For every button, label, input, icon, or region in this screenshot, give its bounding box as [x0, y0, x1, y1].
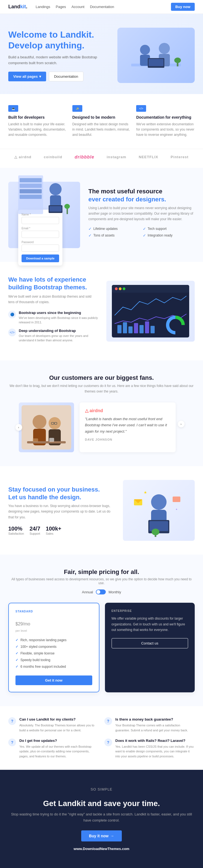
testimonials-heading: Our customers are our biggest fans.: [8, 374, 195, 381]
standard-get-button[interactable]: Get it now: [15, 676, 92, 685]
faq-answer-1: Your Bootstrap Theme comes with a satisf…: [115, 723, 195, 733]
pricing-toggle: Annual Monthly: [8, 589, 195, 594]
svg-rect-31: [150, 326, 155, 333]
bs-point-0: 🔵 Bootstrap users since the beginning We…: [8, 311, 98, 325]
bootstrap-content: We have lots of experience building Boot…: [8, 276, 98, 347]
feature-desc-docs: We've written extensive documentation fo…: [136, 122, 195, 138]
svg-rect-45: [49, 438, 54, 442]
nav-docs[interactable]: Documentation: [90, 5, 114, 9]
bs-desc-1: Our team of developers grew up over the …: [19, 334, 98, 343]
bs-title-0: Bootstrap users since the beginning: [19, 311, 98, 315]
hero-svg: [123, 30, 189, 80]
testimonial-brand: △ airdnd: [85, 408, 170, 413]
svg-rect-27: [128, 327, 133, 333]
form-email-label: Email *: [22, 227, 59, 230]
check-icon-0: ✓: [89, 226, 92, 231]
dashboard-svg: [109, 282, 192, 340]
logo: Landkit.: [8, 4, 27, 10]
faq-icon-2: ?: [8, 739, 16, 746]
bs-icon-1: </>: [8, 329, 16, 336]
svg-point-38: [48, 417, 61, 429]
form-name-input[interactable]: [22, 217, 59, 224]
testimonial-next-wrapper: ›: [181, 402, 184, 452]
svg-point-36: [33, 415, 46, 429]
faq-icon-1: ?: [104, 717, 112, 725]
faq-icon-0: ?: [8, 717, 16, 725]
testimonial-next-button[interactable]: ›: [178, 421, 184, 427]
faq-content-2: Do I get free updates? Yes. We update al…: [19, 739, 99, 759]
faq-question-2: Do I get free updates?: [19, 739, 99, 743]
testimonial-quote: "Landkit is hands down the most useful f…: [85, 416, 170, 434]
toggle-switch[interactable]: [96, 589, 106, 594]
faq-answer-0: Absolutely. The Bootstrap Themes license…: [19, 723, 99, 733]
standard-price-sub: per level: [15, 629, 92, 632]
testimonial-svg: [22, 405, 71, 450]
bs-text-1: Deep understanding of Bootstrap Our team…: [19, 329, 98, 343]
check-icon-1: ✓: [143, 226, 146, 231]
bs-text-0: Bootstrap users since the beginning We'v…: [19, 311, 98, 325]
nav-buy-button[interactable]: Buy now: [171, 3, 195, 11]
form-password-field: Password: [22, 241, 59, 252]
resource-svg: [13, 164, 73, 220]
form-email-input[interactable]: [22, 231, 59, 238]
hero-heading: Welcome to Landkit. Develop anything.: [8, 29, 113, 51]
enterprise-contact-button[interactable]: Contact us: [111, 638, 189, 648]
faq-item-0: ? Can I use Landkit for my clients? Abso…: [8, 717, 99, 733]
resource-feature-label-3: Integration ready: [148, 234, 173, 237]
focus-description: You have a business to run. Stop worryin…: [8, 503, 114, 520]
hero-docs-button[interactable]: Documentation: [49, 72, 83, 81]
svg-rect-44: [33, 438, 38, 442]
bs-desc-0: We've been developing with Bootstrap sin…: [19, 316, 98, 325]
svg-rect-26: [123, 322, 127, 333]
faq-answer-3: Yes. Landkit has been CSS/JS that you ca…: [115, 744, 195, 759]
download-sample-button[interactable]: Download a sample: [22, 254, 59, 262]
testimonial-prev-button[interactable]: ‹: [15, 424, 22, 431]
resource-image-container: Name * Email * Password Download a sampl…: [8, 182, 80, 248]
faq-item-3: ? Does it work with Rails? React? Larave…: [104, 739, 195, 759]
form-password-input[interactable]: [22, 245, 59, 252]
standard-features: Rich, responsive landing pages 100+ styl…: [15, 637, 92, 670]
svg-rect-52: [173, 497, 180, 502]
svg-text:✦: ✦: [175, 508, 178, 511]
svg-rect-25: [117, 325, 122, 333]
faq-question-1: Is there a money back guarantee?: [115, 717, 195, 721]
resource-feature-label-1: Tech support: [148, 227, 167, 231]
nav-pages[interactable]: Pages: [56, 5, 66, 9]
svg-rect-49: [149, 521, 168, 531]
standard-feature-1: 100+ styled components: [15, 643, 92, 650]
brand-airdnd: △ airdnd: [14, 155, 31, 159]
faq-section: ? Can I use Landkit for my clients? Abso…: [0, 706, 203, 770]
faq-question-0: Can I use Landkit for my clients?: [19, 717, 99, 721]
standard-feature-4: 6 months free support included: [15, 663, 92, 670]
svg-point-3: [159, 43, 170, 54]
faq-content-1: Is there a money back guarantee? Your Bo…: [115, 717, 195, 733]
cta-buy-button[interactable]: Buy it now →: [81, 830, 122, 841]
feature-title-docs: Documentation for everything: [136, 115, 195, 120]
svg-point-14: [49, 183, 62, 195]
nav-account[interactable]: Account: [71, 5, 84, 9]
form-password-label: Password: [22, 241, 59, 244]
nav-landings[interactable]: Landings: [36, 5, 50, 9]
pricing-section: Fair, simple pricing for all. All types …: [0, 555, 203, 706]
cta-btn-arrow: →: [110, 834, 114, 838]
faq-item-1: ? Is there a money back guarantee? Your …: [104, 717, 195, 733]
standard-feature-0: Rich, responsive landing pages: [15, 637, 92, 643]
hero-buttons: View all pages ▾ Documentation: [8, 72, 113, 81]
resource-section: Name * Email * Password Download a sampl…: [0, 168, 203, 262]
svg-text:★: ★: [144, 490, 147, 495]
testimonial-author: DAVE JOHNSON: [85, 438, 170, 441]
toggle-annual-label: Annual: [82, 590, 93, 594]
stat-support: 24/7 Support: [30, 526, 40, 535]
focus-svg: ★ ✦: [128, 483, 189, 538]
feature-icon-dev: 💻: [8, 105, 18, 112]
svg-rect-12: [20, 189, 42, 193]
feature-desc-modern: Designed with the latest design trends i…: [72, 122, 131, 138]
hero-view-pages-button[interactable]: View all pages ▾: [8, 72, 46, 81]
resource-feature-1: ✓ Tech support: [143, 226, 195, 231]
bs-title-1: Deep understanding of Bootstrap: [19, 329, 98, 333]
hero-description: Build a beautiful, modern website with f…: [8, 55, 113, 66]
standard-price: $29/mo: [15, 616, 92, 628]
svg-rect-30: [145, 321, 149, 333]
pricing-description: All types of businesses need access to d…: [8, 577, 195, 585]
feature-title-dev: Built for developers: [8, 115, 67, 120]
